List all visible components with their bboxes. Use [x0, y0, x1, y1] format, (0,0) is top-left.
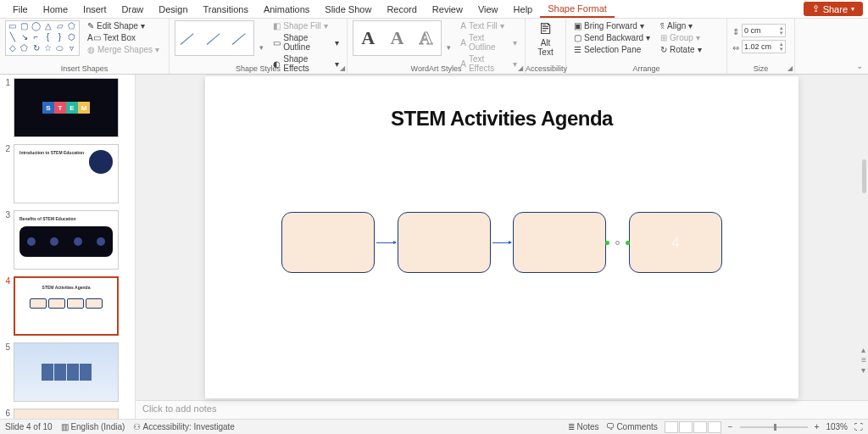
text-outline-button: AText Outline ▾	[458, 32, 520, 53]
edit-shape-icon: ✎	[87, 21, 94, 31]
align-icon: ⫁	[660, 21, 665, 31]
slide-indicator[interactable]: Slide 4 of 10	[5, 422, 53, 431]
slide-thumbnails[interactable]: 1STEM 2Introduction to STEM Education 3B…	[0, 75, 136, 419]
group-icon: ⊞	[660, 33, 667, 42]
edit-shape-button[interactable]: ✎Edit Shape ▾	[85, 20, 162, 31]
group-label: Shape Styles	[170, 64, 347, 73]
canvas-area: STEM Activities Agenda 4 ▴≡▾	[136, 75, 868, 419]
group-label: Insert Shapes	[0, 64, 169, 73]
notes-toggle[interactable]: ≣ Notes	[568, 422, 599, 431]
rotate-icon: ↻	[660, 45, 667, 54]
agenda-box-1[interactable]	[281, 212, 375, 273]
agenda-box-3[interactable]	[513, 212, 606, 273]
tab-draw[interactable]: Draw	[114, 2, 152, 17]
shape-styles-gallery[interactable]	[175, 20, 254, 56]
wordart-gallery[interactable]: AAA	[353, 20, 442, 56]
zoom-out-button[interactable]: −	[728, 422, 733, 431]
tab-shape-format[interactable]: Shape Format	[540, 1, 615, 18]
collapse-ribbon-button[interactable]: ⌄	[856, 61, 863, 70]
comments-toggle[interactable]: 🗨 Comments	[606, 422, 658, 431]
fill-icon: ◧	[273, 21, 281, 31]
accessibility-check[interactable]: ⚇ Accessibility: Investigate	[133, 422, 235, 431]
align-button[interactable]: ⫁Align ▾	[658, 20, 704, 31]
ribbon: ▭▢◯△▱⬠ ╲↘⌐{}⬡ ◇⬠↻☆⬭▿ ✎Edit Shape ▾ A▭Tex…	[0, 19, 868, 75]
shape-fill-button: ◧Shape Fill ▾	[270, 20, 342, 31]
group-label: Size	[727, 64, 794, 73]
selection-pane-button[interactable]: ☰Selection Pane	[571, 44, 653, 55]
width-icon: ⇔	[732, 43, 739, 53]
pane-icon: ☰	[574, 45, 581, 54]
thumb-1[interactable]: STEM	[14, 78, 119, 137]
agenda-box-2[interactable]	[398, 212, 491, 273]
textbox-icon: A▭	[87, 33, 101, 42]
bring-forward-button[interactable]: ▣Bring Forward ▾	[571, 20, 653, 31]
chevron-down-icon: ▾	[851, 5, 854, 13]
dialog-launcher[interactable]: ◢	[787, 64, 793, 72]
notes-pane[interactable]: Click to add notes	[136, 400, 868, 419]
share-icon: ⇪	[812, 3, 820, 14]
text-box-button[interactable]: A▭Text Box	[85, 32, 162, 43]
forward-icon: ▣	[574, 21, 581, 31]
group-label: Arrange	[566, 64, 726, 73]
zoom-in-button[interactable]: +	[815, 422, 820, 431]
workspace: 1STEM 2Introduction to STEM Education 3B…	[0, 75, 868, 419]
menu-bar: File Home Insert Draw Design Transitions…	[0, 0, 868, 19]
dialog-launcher[interactable]: ◢	[340, 64, 345, 72]
dialog-launcher[interactable]: ◢	[518, 64, 523, 72]
tab-slideshow[interactable]: Slide Show	[317, 2, 379, 17]
tab-help[interactable]: Help	[506, 2, 541, 17]
vertical-scrollbar[interactable]	[862, 159, 866, 193]
text-fill-icon: A	[460, 21, 466, 31]
thumb-3[interactable]: Benefits of STEM Education	[14, 210, 119, 270]
alt-text-button[interactable]: 🖹Alt Text	[534, 20, 558, 57]
shape-outline-button[interactable]: ▭Shape Outline ▾	[270, 32, 342, 53]
tab-view[interactable]: View	[470, 2, 506, 17]
thumb-6[interactable]	[14, 409, 119, 419]
height-input[interactable]: 0 cm▴▾	[742, 24, 786, 37]
slide-nav-arrows[interactable]: ▴≡▾	[861, 345, 866, 375]
group-label: WordArt Styles	[348, 64, 525, 73]
slide-title[interactable]: STEM Activities Agenda	[205, 107, 798, 131]
view-buttons[interactable]	[665, 421, 721, 433]
outline-icon: ▭	[273, 38, 281, 47]
shapes-gallery[interactable]: ▭▢◯△▱⬠ ╲↘⌐{}⬡ ◇⬠↻☆⬭▿	[5, 20, 80, 56]
thumb-4[interactable]: STEM Activities Agenda	[14, 276, 119, 336]
thumb-5[interactable]	[14, 342, 119, 402]
language-indicator[interactable]: ▥ English (India)	[61, 422, 125, 431]
tab-insert[interactable]: Insert	[75, 2, 114, 17]
tab-home[interactable]: Home	[36, 2, 75, 17]
zoom-level[interactable]: 103%	[826, 422, 848, 431]
fit-window-button[interactable]: ⛶	[854, 422, 863, 431]
alt-text-icon: 🖹	[534, 20, 558, 38]
height-icon: ⇕	[732, 27, 739, 36]
text-outline-icon: A	[460, 38, 466, 47]
status-bar: Slide 4 of 10 ▥ English (India) ⚇ Access…	[0, 419, 868, 434]
slide-canvas[interactable]: STEM Activities Agenda 4	[205, 76, 798, 398]
merge-icon: ◍	[87, 45, 95, 54]
tab-transitions[interactable]: Transitions	[196, 2, 256, 17]
tab-design[interactable]: Design	[151, 2, 195, 17]
agenda-boxes: 4	[281, 212, 722, 273]
backward-icon: ▢	[574, 33, 581, 42]
tab-review[interactable]: Review	[425, 2, 470, 17]
zoom-slider[interactable]	[740, 426, 808, 428]
agenda-box-4[interactable]: 4	[629, 212, 722, 273]
rotate-button[interactable]: ↻Rotate ▾	[658, 44, 704, 55]
connector-2[interactable]	[492, 242, 512, 243]
share-button[interactable]: ⇪Share▾	[804, 2, 863, 16]
connector-3-selected[interactable]	[608, 242, 627, 243]
connector-1[interactable]	[376, 242, 396, 243]
tab-file[interactable]: File	[5, 2, 36, 17]
width-input[interactable]: 1.02 cm▴▾	[742, 40, 786, 53]
tab-animations[interactable]: Animations	[256, 2, 317, 17]
thumb-2[interactable]: Introduction to STEM Education	[14, 144, 119, 203]
text-fill-button: AText Fill ▾	[458, 20, 520, 31]
tab-record[interactable]: Record	[379, 2, 424, 17]
send-backward-button[interactable]: ▢Send Backward ▾	[571, 32, 653, 43]
group-button: ⊞Group ▾	[658, 32, 704, 43]
merge-shapes-button: ◍Merge Shapes ▾	[85, 44, 162, 55]
group-label: Accessibility	[526, 64, 565, 73]
